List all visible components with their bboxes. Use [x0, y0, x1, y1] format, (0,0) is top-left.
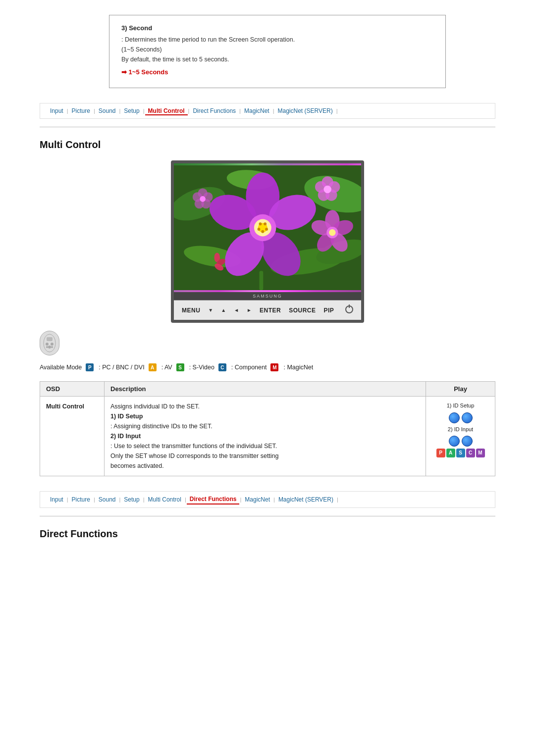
nav2-picture[interactable]: Picture — [69, 495, 93, 504]
pascm-a: A — [446, 449, 455, 457]
box-title: 3) Second — [121, 24, 433, 32]
svg-rect-44 — [47, 337, 53, 341]
osd-value: Multi Control — [46, 403, 84, 410]
blue-circle-2 — [462, 412, 473, 423]
remote-icon — [40, 331, 59, 355]
nav-bar-1: Input | Picture | Sound | Setup | Multi … — [40, 103, 495, 119]
nav2-directfunctions[interactable]: Direct Functions — [187, 495, 240, 504]
mode-badge-c: C — [218, 363, 226, 371]
nav2-sep-4: | — [143, 497, 145, 503]
direct-functions-heading: Direct Functions — [40, 528, 495, 540]
divider-2 — [40, 516, 495, 516]
monitor-frame: SAMSUNG MENU ▼ ▲ ◄ ► ENTER SOURCE PIP — [171, 160, 364, 323]
monitor-display — [174, 163, 361, 292]
mode-label-m: : MagicNet — [283, 364, 313, 371]
multi-control-heading: Multi Control — [40, 139, 495, 151]
nav2-sep-2: | — [94, 497, 95, 503]
nav1-magicnet[interactable]: MagicNet — [241, 106, 272, 115]
svg-point-47 — [48, 346, 51, 349]
mode-label-a: : AV — [161, 364, 172, 371]
blue-circles-1 — [432, 412, 489, 423]
svg-point-43 — [44, 334, 55, 352]
nav2-sep-1: | — [67, 497, 68, 503]
nav-bar-2: Input | Picture | Sound | Setup | Multi … — [40, 491, 495, 508]
pascm-s: S — [456, 449, 465, 457]
desc-bold-2: 2) ID Input — [110, 433, 141, 440]
right-arrow[interactable]: ► — [247, 307, 252, 313]
desc-line-1: Assigns individual ID to the SET. — [110, 403, 200, 410]
osd-cell: Multi Control — [40, 397, 105, 476]
blue-circle-4 — [462, 436, 473, 447]
pascm-m: M — [476, 449, 485, 457]
box-line-1: : Determines the time period to run the … — [121, 35, 433, 45]
info-box: 3) Second : Determines the time period t… — [109, 15, 446, 88]
svg-point-30 — [258, 228, 261, 231]
divider-1 — [40, 127, 495, 127]
svg-point-45 — [46, 343, 49, 346]
remote-icon-area — [40, 331, 495, 355]
monitor-screen — [174, 163, 361, 292]
nav1-sep-3: | — [119, 108, 120, 114]
svg-point-39 — [329, 229, 336, 236]
mode-badge-p: P — [86, 363, 94, 371]
svg-point-29 — [265, 228, 268, 231]
mode-badge-a: A — [149, 363, 157, 371]
nav2-multicontrol[interactable]: Multi Control — [145, 495, 184, 504]
mode-badge-s: S — [176, 363, 184, 371]
nav2-sep-7: | — [273, 497, 275, 503]
remote-svg — [42, 333, 57, 353]
nav2-magicnet[interactable]: MagicNet — [242, 495, 273, 504]
source-btn[interactable]: SOURCE — [289, 307, 316, 314]
nav1-input[interactable]: Input — [47, 106, 66, 115]
nav2-magicnet-server[interactable]: MagicNet (SERVER) — [275, 495, 336, 504]
svg-point-12 — [323, 186, 331, 194]
nav1-picture[interactable]: Picture — [69, 106, 93, 115]
nav1-sep-7: | — [273, 108, 274, 114]
power-icon[interactable] — [345, 305, 353, 313]
th-osd: OSD — [40, 382, 105, 397]
pip-btn[interactable]: PIP — [323, 307, 334, 314]
nav1-sound[interactable]: Sound — [96, 106, 119, 115]
monitor-container: SAMSUNG MENU ▼ ▲ ◄ ► ENTER SOURCE PIP — [40, 160, 495, 323]
nav1-sep-2: | — [94, 108, 95, 114]
nav1-setup[interactable]: Setup — [121, 106, 142, 115]
svg-point-18 — [200, 196, 206, 202]
nav1-sep-6: | — [239, 108, 241, 114]
up-arrow[interactable]: ▲ — [221, 307, 226, 313]
menu-btn[interactable]: MENU — [182, 307, 200, 314]
desc-line-3: : Use to select the transmitter function… — [110, 443, 277, 450]
nav1-sep-8: | — [336, 108, 338, 114]
left-arrow[interactable]: ◄ — [234, 307, 239, 313]
mode-label-c: : Component — [231, 364, 267, 371]
nav1-directfunctions[interactable]: Direct Functions — [190, 106, 239, 115]
description-cell: Assigns individual ID to the SET. 1) ID … — [105, 397, 426, 476]
nav2-sound[interactable]: Sound — [96, 495, 119, 504]
nav2-setup[interactable]: Setup — [121, 495, 142, 504]
desc-bold-1: 1) ID Setup — [110, 413, 143, 420]
nav1-magicnet-server[interactable]: MagicNet (SERVER) — [275, 106, 336, 115]
box-line-2: (1~5 Seconds) — [121, 45, 433, 54]
svg-point-27 — [264, 222, 267, 225]
available-mode-row: Available Mode P : PC / BNC / DVI A : AV… — [40, 363, 495, 371]
desc-line-5: becomes activated. — [110, 462, 164, 469]
down-arrow[interactable]: ▼ — [208, 307, 213, 313]
table-row: Multi Control Assigns individual ID to t… — [40, 397, 495, 476]
svg-point-31 — [261, 230, 264, 233]
monitor-brand: SAMSUNG — [174, 292, 361, 300]
svg-point-28 — [259, 222, 262, 225]
nav1-sep-4: | — [143, 108, 145, 114]
mode-label-p: : PC / BNC / DVI — [99, 364, 144, 371]
nav1-sep-5: | — [188, 108, 190, 114]
pascm-c: C — [466, 449, 475, 457]
nav2-sep-3: | — [119, 497, 120, 503]
play-label-1: 1) ID Setup — [432, 402, 489, 410]
blue-circle-1 — [449, 412, 460, 423]
nav2-input[interactable]: Input — [47, 495, 66, 504]
svg-rect-32 — [260, 271, 264, 290]
blue-circle-3 — [449, 436, 460, 447]
th-play: Play — [426, 382, 495, 397]
nav1-multicontrol[interactable]: Multi Control — [145, 106, 188, 115]
enter-btn[interactable]: ENTER — [260, 307, 281, 314]
nav2-sep-6: | — [240, 497, 241, 503]
nav1-sep-1: | — [67, 108, 68, 114]
